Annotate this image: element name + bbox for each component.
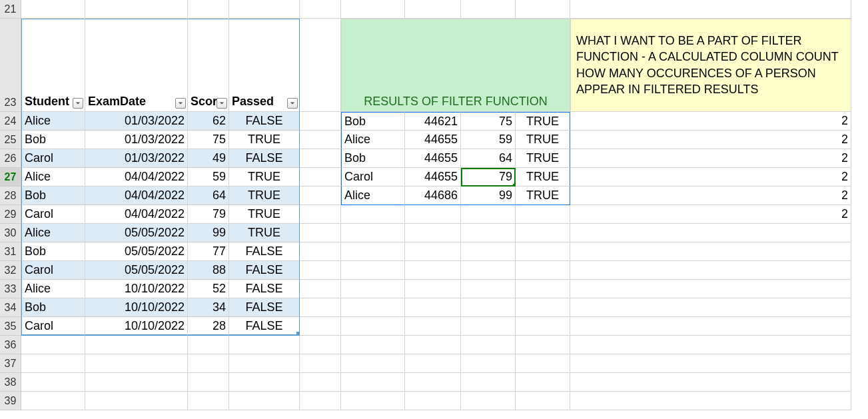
empty-cell[interactable] (405, 242, 461, 261)
empty-cell[interactable] (405, 224, 461, 242)
empty-cell[interactable] (405, 336, 461, 354)
empty-cell[interactable] (570, 373, 851, 392)
empty-cell[interactable] (300, 0, 341, 19)
empty-cell[interactable] (516, 261, 570, 280)
empty-cell[interactable] (405, 392, 461, 410)
table-cell-date[interactable]: 01/03/2022 (85, 112, 188, 131)
table-cell-student[interactable]: Alice (21, 168, 85, 187)
empty-cell[interactable] (188, 373, 229, 392)
row-header[interactable]: 25 (0, 131, 21, 149)
empty-cell[interactable] (461, 392, 516, 410)
empty-cell[interactable] (570, 0, 851, 19)
empty-cell[interactable] (461, 261, 516, 280)
empty-cell[interactable] (300, 373, 341, 392)
table-cell-passed[interactable]: TRUE (229, 131, 300, 149)
table-cell-student[interactable]: Bob (21, 298, 85, 317)
filter-cell-serial[interactable]: 44621 (405, 112, 461, 131)
empty-cell[interactable] (85, 392, 188, 410)
row-header[interactable]: 27 (0, 168, 21, 187)
empty-cell[interactable] (300, 336, 341, 354)
count-cell[interactable] (570, 261, 851, 280)
row-header[interactable]: 34 (0, 298, 21, 317)
empty-cell[interactable] (229, 373, 300, 392)
empty-cell[interactable] (21, 0, 85, 19)
table-cell-student[interactable]: Alice (21, 112, 85, 131)
table-cell-date[interactable]: 01/03/2022 (85, 131, 188, 149)
empty-cell[interactable] (341, 205, 405, 224)
table-header-passed[interactable]: Passed (229, 19, 300, 112)
row-header[interactable]: 30 (0, 224, 21, 242)
filter-cell-passed[interactable]: TRUE (516, 149, 570, 168)
empty-cell[interactable] (570, 392, 851, 410)
empty-cell[interactable] (341, 0, 405, 19)
empty-cell[interactable] (300, 187, 341, 205)
table-cell-score[interactable]: 59 (188, 168, 229, 187)
empty-cell[interactable] (341, 298, 405, 317)
row-header[interactable]: 26 (0, 149, 21, 168)
empty-cell[interactable] (461, 298, 516, 317)
table-cell-passed[interactable]: FALSE (229, 149, 300, 168)
table-cell-score[interactable]: 75 (188, 131, 229, 149)
empty-cell[interactable] (341, 224, 405, 242)
row-header[interactable]: 29 (0, 205, 21, 224)
filter-cell-serial[interactable]: 44655 (405, 131, 461, 149)
filter-dropdown-icon[interactable] (287, 98, 298, 109)
table-cell-passed[interactable]: FALSE (229, 112, 300, 131)
filter-results-header[interactable]: RESULTS OF FILTER FUNCTION (341, 19, 570, 112)
empty-cell[interactable] (516, 280, 570, 298)
row-header[interactable]: 39 (0, 392, 21, 410)
empty-cell[interactable] (341, 392, 405, 410)
table-cell-student[interactable]: Carol (21, 149, 85, 168)
table-cell-student[interactable]: Carol (21, 317, 85, 336)
row-header[interactable]: 35 (0, 317, 21, 336)
row-header[interactable]: 33 (0, 280, 21, 298)
empty-cell[interactable] (300, 280, 341, 298)
filter-cell-student[interactable]: Alice (341, 131, 405, 149)
table-cell-student[interactable]: Carol (21, 205, 85, 224)
empty-cell[interactable] (516, 336, 570, 354)
filter-cell-serial[interactable]: 44655 (405, 149, 461, 168)
filter-dropdown-icon[interactable] (217, 98, 227, 109)
empty-cell[interactable] (405, 354, 461, 373)
table-cell-student[interactable]: Alice (21, 280, 85, 298)
table-cell-score[interactable]: 99 (188, 224, 229, 242)
empty-cell[interactable] (341, 280, 405, 298)
empty-cell[interactable] (461, 373, 516, 392)
empty-cell[interactable] (341, 261, 405, 280)
empty-cell[interactable] (188, 0, 229, 19)
empty-cell[interactable] (461, 336, 516, 354)
filter-dropdown-icon[interactable] (175, 98, 186, 109)
table-cell-passed[interactable]: FALSE (229, 242, 300, 261)
filter-cell-serial[interactable]: 44686 (405, 187, 461, 205)
empty-cell[interactable] (300, 149, 341, 168)
table-cell-passed[interactable]: TRUE (229, 187, 300, 205)
empty-cell[interactable] (516, 242, 570, 261)
row-header[interactable]: 36 (0, 336, 21, 354)
filter-cell-passed[interactable]: TRUE (516, 187, 570, 205)
empty-cell[interactable] (85, 373, 188, 392)
empty-cell[interactable] (405, 373, 461, 392)
filter-cell-score[interactable]: 64 (461, 149, 516, 168)
empty-cell[interactable] (300, 354, 341, 373)
filter-cell-serial[interactable]: 44655 (405, 168, 461, 187)
empty-cell[interactable] (461, 224, 516, 242)
row-header[interactable]: 31 (0, 242, 21, 261)
empty-cell[interactable] (516, 0, 570, 19)
table-cell-score[interactable]: 52 (188, 280, 229, 298)
empty-cell[interactable] (300, 19, 341, 112)
table-cell-date[interactable]: 10/10/2022 (85, 280, 188, 298)
filter-cell-student[interactable]: Alice (341, 187, 405, 205)
filter-cell-passed[interactable]: TRUE (516, 131, 570, 149)
row-header[interactable]: 23 (0, 19, 21, 112)
table-cell-passed[interactable]: FALSE (229, 317, 300, 336)
table-cell-date[interactable]: 04/04/2022 (85, 205, 188, 224)
row-header[interactable]: 32 (0, 261, 21, 280)
empty-cell[interactable] (341, 317, 405, 336)
empty-cell[interactable] (405, 317, 461, 336)
empty-cell[interactable] (300, 168, 341, 187)
filter-cell-passed[interactable]: TRUE (516, 168, 570, 187)
count-cell[interactable]: 2 (570, 205, 851, 224)
table-cell-passed[interactable]: FALSE (229, 261, 300, 280)
empty-cell[interactable] (85, 336, 188, 354)
count-cell[interactable]: 2 (570, 187, 851, 205)
